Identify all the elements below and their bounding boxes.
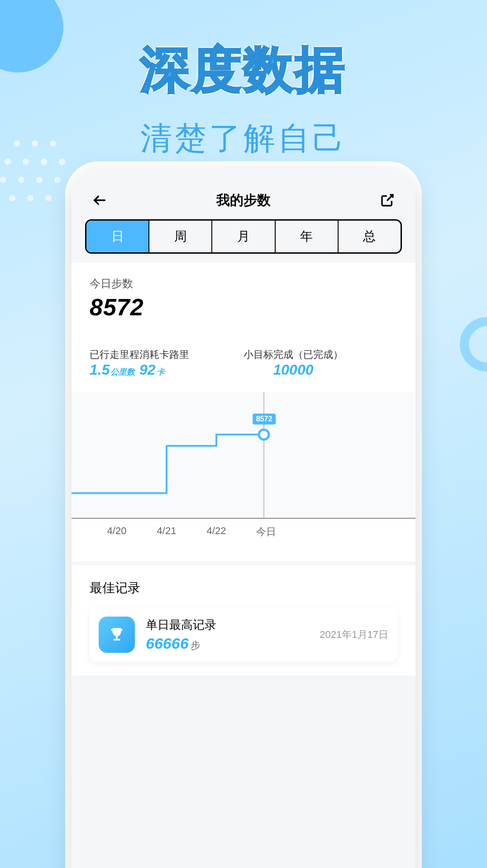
hero-title: 深度数据 [0, 0, 487, 104]
chart-x-axis: 4/20 4/21 4/22 今日 [81, 519, 415, 557]
decorative-dots [0, 136, 77, 227]
x-tick: 4/20 [99, 525, 135, 539]
record-label: 单日最高记录 [146, 617, 320, 633]
main-content: 今日步数 8572 已行走里程 1.5公里数 消耗卡路里 92卡 小目标完成（已… [72, 263, 415, 561]
trophy-icon [99, 617, 135, 653]
stat-unit: 卡 [157, 367, 165, 376]
stat-distance: 已行走里程 1.5公里数 [90, 348, 139, 378]
today-steps-value: 8572 [90, 294, 397, 321]
stat-value: 92 [139, 362, 156, 378]
segment-month[interactable]: 月 [212, 221, 275, 252]
page-title: 我的步数 [216, 191, 271, 210]
back-icon[interactable] [90, 190, 110, 210]
record-date: 2021年1月17日 [320, 628, 388, 641]
x-tick: 4/22 [198, 525, 234, 539]
stat-unit: 公里数 [110, 367, 135, 376]
record-card[interactable]: 单日最高记录 66666步 2021年1月17日 [90, 608, 397, 662]
steps-chart[interactable]: 8572 [72, 392, 415, 519]
stat-value: 10000 [273, 362, 314, 378]
decorative-ring [460, 317, 487, 371]
segment-year[interactable]: 年 [276, 221, 339, 252]
stat-value: 1.5 [90, 362, 110, 378]
x-tick: 4/21 [148, 525, 185, 539]
record-unit: 步 [191, 640, 201, 651]
stat-goal: 小目标完成（已完成） 10000 [189, 348, 397, 378]
segment-day[interactable]: 日 [86, 221, 149, 252]
stats-row: 已行走里程 1.5公里数 消耗卡路里 92卡 小目标完成（已完成） 10000 [90, 348, 397, 392]
x-tick: 今日 [248, 525, 284, 539]
segment-week[interactable]: 周 [149, 221, 212, 252]
stat-label: 消耗卡路里 [139, 348, 189, 362]
svg-point-2 [259, 429, 269, 439]
stat-calories: 消耗卡路里 92卡 [139, 348, 189, 378]
stat-label: 已行走里程 [90, 348, 139, 362]
record-value: 66666 [146, 635, 189, 652]
records-title: 最佳记录 [90, 579, 397, 597]
time-range-segmented: 日 周 月 年 总 [85, 219, 402, 254]
share-icon[interactable] [377, 190, 397, 210]
segment-total[interactable]: 总 [339, 221, 401, 252]
stat-label: 小目标完成（已完成） [189, 348, 397, 362]
phone-frame: 我的步数 日 周 月 年 总 今日步数 8572 已行走里程 1.5公里数 消耗… [72, 168, 415, 868]
today-steps-label: 今日步数 [90, 276, 397, 291]
app-header: 我的步数 [72, 186, 415, 219]
best-records-section: 最佳记录 单日最高记录 66666步 2021年1月17日 [72, 566, 415, 675]
chart-highlight-badge: 8572 [253, 414, 276, 424]
